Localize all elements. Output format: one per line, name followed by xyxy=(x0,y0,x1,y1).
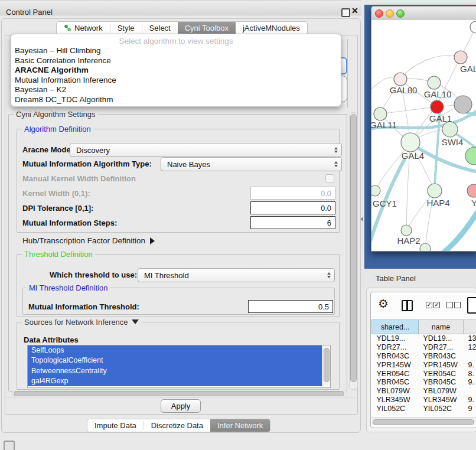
network-node[interactable] xyxy=(465,147,476,165)
table-cell[interactable]: 12 xyxy=(464,343,476,352)
table-cell[interactable]: YBL079W xyxy=(372,387,419,396)
attributes-vscrollbar-thumb[interactable] xyxy=(324,348,330,382)
unchecked-checkbox-icon[interactable] xyxy=(446,302,453,308)
data-attributes-listbox[interactable]: SelfLoopsTopologicalCoefficientBetweenne… xyxy=(27,345,331,388)
algorithm-popup-item[interactable]: ARACNE Algorithm xyxy=(11,66,341,76)
table-cell[interactable]: YPR145W xyxy=(372,360,419,369)
kernel-width-field[interactable]: 0.0 xyxy=(250,187,335,200)
table-cell[interactable]: YBR045C xyxy=(372,378,419,387)
data-attribute-item[interactable]: BetweennessCentrality xyxy=(28,366,322,376)
network-window-titlebar[interactable] xyxy=(371,6,476,21)
network-node-hap4[interactable] xyxy=(428,184,442,198)
table-row[interactable]: YDR27...YDR27...12 xyxy=(372,343,476,352)
table-row[interactable]: YDL19...YDL19...13 xyxy=(372,334,476,343)
table-row[interactable]: YIL052CYIL052C9 xyxy=(372,404,476,413)
tab-jactivemnodules[interactable]: jActiveMNodules xyxy=(236,22,307,34)
network-node-hap2[interactable] xyxy=(401,225,412,236)
table-hscrollbar[interactable] xyxy=(371,418,476,425)
collapsed-panel-icon[interactable] xyxy=(4,441,15,450)
table-cell[interactable]: YDL19... xyxy=(372,334,419,343)
float-window-icon[interactable] xyxy=(341,8,350,17)
table-cell[interactable]: YBR045C xyxy=(419,378,464,387)
table-cell[interactable] xyxy=(464,352,476,361)
table-cell[interactable]: YDR27... xyxy=(372,343,419,352)
table-column-header[interactable] xyxy=(464,320,476,334)
attributes-vscrollbar[interactable] xyxy=(322,346,330,386)
settings-vscrollbar-thumb[interactable] xyxy=(350,114,357,382)
tab-select[interactable]: Select xyxy=(142,22,178,34)
network-node-gal11[interactable] xyxy=(374,107,387,120)
table-cell[interactable] xyxy=(464,387,476,396)
close-traffic-light-icon[interactable] xyxy=(375,9,383,18)
table-cell[interactable]: 8. xyxy=(464,369,476,378)
mi-steps-field[interactable]: 6 xyxy=(250,216,335,229)
dpi-tolerance-field[interactable]: 0.0 xyxy=(250,201,335,214)
table-row[interactable]: YLR345WYLR345W9. xyxy=(372,396,476,405)
table-cell[interactable]: YDR27... xyxy=(419,343,464,352)
network-node-gal1[interactable] xyxy=(431,100,444,113)
tab-style[interactable]: Style xyxy=(110,22,142,34)
table-cell[interactable]: YIL052C xyxy=(372,404,419,413)
unchecked-checkbox-icon[interactable] xyxy=(454,302,461,308)
table-cell[interactable]: YBR043C xyxy=(419,352,464,361)
algorithm-popup-item[interactable]: Dream8 DC_TDC Algorithm xyxy=(11,95,341,105)
mi-threshold-field[interactable]: 0.5 xyxy=(248,300,333,313)
network-node-gal80[interactable] xyxy=(394,73,407,86)
network-node-y[interactable] xyxy=(467,184,476,197)
table-row[interactable]: YBR043CYBR043C xyxy=(372,352,476,361)
tab-cyni-toolbox[interactable]: Cyni Toolbox xyxy=(178,22,236,34)
network-node[interactable] xyxy=(454,96,472,113)
network-node[interactable] xyxy=(420,243,431,251)
algorithm-popup-item[interactable]: Bayesian – Hill Climbing xyxy=(11,46,341,56)
checked-checkbox-icon[interactable]: ✓ xyxy=(433,302,440,308)
zoom-traffic-light-icon[interactable] xyxy=(396,9,405,18)
tab-impute-data[interactable]: Impute Data xyxy=(87,419,144,432)
gear-icon[interactable]: ⚙ xyxy=(378,298,389,309)
minimize-traffic-light-icon[interactable] xyxy=(386,9,394,18)
table-hscrollbar-thumb[interactable] xyxy=(373,419,474,425)
tab-discretize-data[interactable]: Discretize Data xyxy=(144,419,210,432)
hub-definition-toggle[interactable]: Hub/Transcription Factor Definition xyxy=(22,236,155,245)
table-cell[interactable]: 9. xyxy=(464,360,476,369)
network-canvas[interactable]: GALGAL80GAL10GAL1GAL11SWI4GAL4GCY1HAP4YH… xyxy=(371,20,476,251)
settings-hscrollbar-thumb[interactable] xyxy=(14,391,344,396)
table-cell[interactable]: YDL19... xyxy=(419,334,464,343)
data-attribute-item[interactable]: TopologicalCoefficient xyxy=(28,356,322,366)
table-cell[interactable]: YBR043C xyxy=(372,352,419,361)
table-cell[interactable]: YPR145W xyxy=(419,360,464,369)
table-cell[interactable]: 9. xyxy=(464,396,476,405)
table-cell[interactable]: YER054C xyxy=(419,369,464,378)
network-node-swi4[interactable] xyxy=(442,122,458,137)
table-cell[interactable]: YLR345W xyxy=(372,396,419,405)
close-icon[interactable]: ✕ xyxy=(351,6,358,15)
network-node[interactable] xyxy=(470,21,476,33)
table-cell[interactable]: 9 xyxy=(464,404,476,413)
table-cell[interactable]: 13 xyxy=(464,334,476,343)
page-icon[interactable] xyxy=(467,297,476,314)
apply-button[interactable]: Apply xyxy=(161,399,201,413)
table-column-header[interactable]: name xyxy=(419,320,464,334)
checked-checkbox-icon[interactable]: ✓ xyxy=(426,302,432,308)
panel-collapse-handle[interactable] xyxy=(360,217,363,221)
data-attribute-item[interactable]: gal4RGexp xyxy=(28,376,322,386)
algorithm-popup-item[interactable]: Basic Correlation Inference xyxy=(11,56,341,66)
table-column-header[interactable]: shared... xyxy=(372,320,419,334)
network-node-gcy1[interactable] xyxy=(371,185,380,196)
sources-legend-wrap[interactable]: Sources for Network Inference xyxy=(22,318,141,327)
aracne-mode-combo[interactable]: Discovery xyxy=(70,143,342,157)
table-cell[interactable]: YLR345W xyxy=(419,396,464,405)
tab-infer-network[interactable]: Infer Network xyxy=(210,419,270,432)
table-row[interactable]: YER054CYER054C8. xyxy=(372,369,476,378)
table-row[interactable]: YBL079WYBL079W xyxy=(372,387,476,396)
network-node-gal4[interactable] xyxy=(401,133,420,152)
table-cell[interactable]: YBL079W xyxy=(419,387,464,396)
manual-kernel-checkbox[interactable] xyxy=(325,174,334,183)
algorithm-popup-item[interactable]: Mutual Information Inference xyxy=(11,76,341,86)
settings-vscrollbar[interactable] xyxy=(349,112,358,390)
network-view-window[interactable]: GALGAL80GAL10GAL1GAL11SWI4GAL4GCY1HAP4YH… xyxy=(371,6,476,252)
which-threshold-combo[interactable]: MI Threshold xyxy=(138,268,335,282)
tab-network[interactable]: Network xyxy=(57,22,110,34)
network-node-gal10[interactable] xyxy=(428,76,441,89)
mi-type-combo[interactable]: Naive Bayes xyxy=(161,157,342,171)
data-attribute-item[interactable]: SelfLoops xyxy=(28,345,322,356)
